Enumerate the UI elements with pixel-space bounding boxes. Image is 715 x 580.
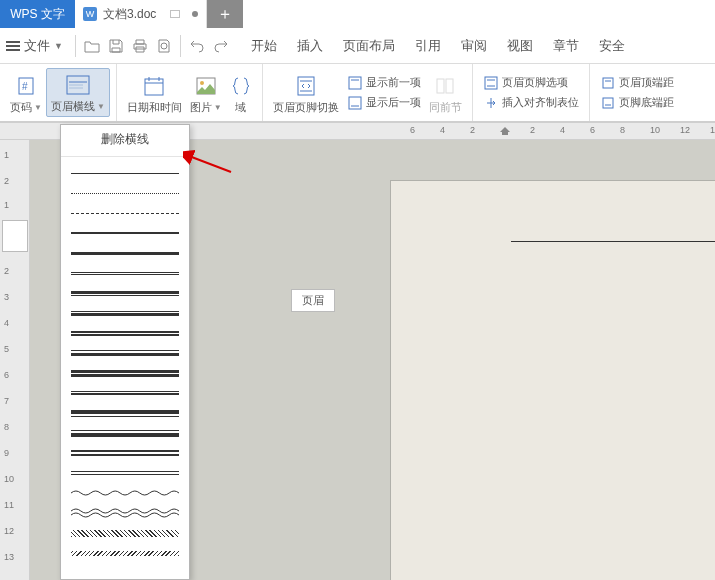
ruler-number: 2 (4, 266, 9, 276)
caret-down-icon: ▼ (34, 103, 42, 112)
svg-rect-13 (298, 77, 314, 95)
header-top-label: 页眉顶端距 (619, 75, 674, 90)
header-line-label: 页眉横线 (51, 99, 95, 114)
add-tab-button[interactable]: ＋ (217, 4, 233, 25)
save-icon[interactable] (105, 35, 127, 57)
ruler-number: 4 (440, 125, 445, 135)
line-style-item[interactable] (71, 323, 179, 343)
line-style-item[interactable] (71, 423, 179, 443)
line-style-item[interactable] (71, 383, 179, 403)
ruler-marker-icon[interactable] (2, 220, 28, 252)
show-prev-icon (347, 75, 363, 91)
footer-bottom-label: 页脚底端距 (619, 95, 674, 110)
print-icon[interactable] (129, 35, 151, 57)
calendar-icon (143, 72, 165, 100)
dropdown-title[interactable]: 删除横线 (61, 125, 189, 157)
tab-page-layout[interactable]: 页面布局 (343, 37, 395, 55)
header-line-dropdown[interactable]: 删除横线 (60, 124, 190, 580)
line-style-item[interactable] (71, 303, 179, 323)
svg-rect-16 (349, 77, 361, 89)
header-distance-stack: 页眉顶端距 页脚底端距 (596, 68, 678, 117)
header-footer-switch-icon (295, 72, 317, 100)
doc-icon: W (83, 7, 97, 21)
show-next-button[interactable]: 显示后一项 (347, 95, 421, 111)
tab-view[interactable]: 视图 (507, 37, 533, 55)
tab-security[interactable]: 安全 (599, 37, 625, 55)
file-menu[interactable]: 文件 (24, 37, 50, 55)
line-style-item[interactable] (71, 543, 179, 563)
ruler-number: 1 (4, 150, 9, 160)
footer-bottom-distance-button[interactable]: 页脚底端距 (600, 95, 674, 111)
page[interactable]: 页眉 (390, 180, 715, 580)
picture-button[interactable]: 图片▼ (186, 68, 226, 117)
vertical-ruler[interactable]: 1 2 1 2 3 4 5 6 7 8 9 10 11 12 13 14 (0, 140, 30, 580)
svg-rect-28 (603, 98, 613, 108)
line-style-item[interactable] (71, 503, 179, 523)
caret-down-icon: ▼ (214, 103, 222, 112)
line-style-item[interactable] (71, 223, 179, 243)
hamburger-icon[interactable] (6, 41, 20, 51)
page-number-icon: # (16, 72, 36, 100)
page-number-button[interactable]: # 页码▼ (6, 68, 46, 117)
svg-text:#: # (22, 81, 28, 92)
ruler-number: 11 (4, 500, 14, 510)
tab-chapter[interactable]: 章节 (553, 37, 579, 55)
line-style-item[interactable] (71, 403, 179, 423)
header-line-button[interactable]: 页眉横线▼ (46, 68, 110, 117)
line-style-item[interactable] (71, 363, 179, 383)
date-time-button[interactable]: 日期和时间 (123, 68, 186, 117)
tab-insert[interactable]: 插入 (297, 37, 323, 55)
line-style-item[interactable] (71, 443, 179, 463)
header-top-icon (600, 75, 616, 91)
header-top-distance-button[interactable]: 页眉顶端距 (600, 75, 674, 91)
header-footer-switch-button[interactable]: 页眉页脚切换 (269, 68, 343, 117)
redo-icon[interactable] (210, 35, 232, 57)
line-style-item[interactable] (71, 243, 179, 263)
ruler-number: 10 (650, 125, 660, 135)
add-tab-area: ＋ (207, 0, 243, 28)
window-icon[interactable] (168, 7, 182, 21)
same-as-previous-icon (435, 72, 455, 100)
line-style-item[interactable] (71, 203, 179, 223)
indent-marker-icon[interactable] (500, 127, 510, 135)
separator-icon (75, 35, 76, 57)
ruler-number: 8 (4, 422, 9, 432)
svg-point-12 (200, 81, 204, 85)
line-style-item[interactable] (71, 263, 179, 283)
line-style-item[interactable] (71, 523, 179, 543)
svg-rect-20 (437, 79, 444, 93)
document-tab[interactable]: W 文档3.doc (75, 0, 207, 28)
header-label: 页眉 (291, 289, 335, 312)
menu-tabs: 开始 插入 页面布局 引用 审阅 视图 章节 安全 (251, 37, 625, 55)
tab-references[interactable]: 引用 (415, 37, 441, 55)
options-icon (483, 75, 499, 91)
line-style-item[interactable] (71, 343, 179, 363)
line-style-item[interactable] (71, 163, 179, 183)
ruler-number: 2 (470, 125, 475, 135)
undo-icon[interactable] (186, 35, 208, 57)
ruler-number: 5 (4, 344, 9, 354)
ruler-number: 6 (410, 125, 415, 135)
open-icon[interactable] (81, 35, 103, 57)
line-style-item[interactable] (71, 183, 179, 203)
app-brand: WPS 文字 (0, 0, 75, 28)
tab-review[interactable]: 审阅 (461, 37, 487, 55)
ruler-number: 14 (710, 125, 715, 135)
ribbon: # 页码▼ 页眉横线▼ 日期和时间 图片▼ 域 页眉页脚切换 显示 (0, 64, 715, 122)
header-line (511, 241, 715, 242)
show-prev-button[interactable]: 显示前一项 (347, 75, 421, 91)
line-style-item[interactable] (71, 283, 179, 303)
tab-start[interactable]: 开始 (251, 37, 277, 55)
insert-align-tab-button[interactable]: 插入对齐制表位 (483, 95, 579, 111)
ruler-number: 2 (4, 176, 9, 186)
line-style-item[interactable] (71, 483, 179, 503)
ruler-number: 8 (620, 125, 625, 135)
line-style-item[interactable] (71, 463, 179, 483)
field-button[interactable]: 域 (226, 68, 256, 117)
ruler-number: 10 (4, 474, 14, 484)
file-menu-caret-icon[interactable]: ▼ (54, 41, 63, 51)
ribbon-group: 页眉页脚切换 显示前一项 显示后一项 同前节 (263, 64, 473, 121)
header-footer-options-button[interactable]: 页眉页脚选项 (483, 75, 579, 91)
date-time-label: 日期和时间 (127, 100, 182, 115)
print-preview-icon[interactable] (153, 35, 175, 57)
